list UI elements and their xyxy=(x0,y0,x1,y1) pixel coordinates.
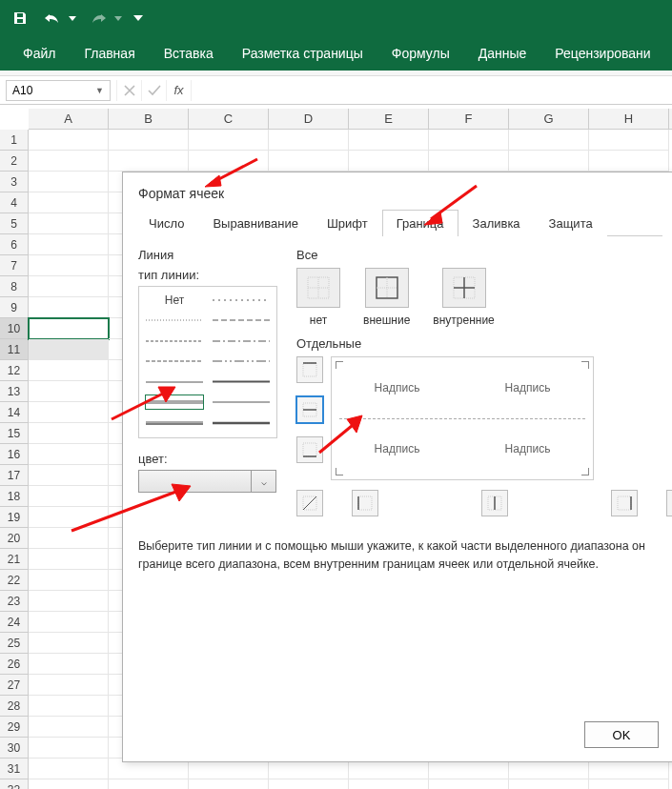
color-selector[interactable]: ⌵ xyxy=(138,470,276,493)
border-middle-h-button[interactable] xyxy=(296,396,323,423)
row-header[interactable]: 28 xyxy=(0,696,29,717)
border-preview[interactable]: Надпись Надпись Надпись Надпись xyxy=(331,356,594,480)
cell[interactable] xyxy=(189,151,269,172)
cell[interactable] xyxy=(29,255,109,276)
row-header[interactable]: 4 xyxy=(0,192,29,213)
cell[interactable] xyxy=(509,779,589,789)
tab-home[interactable]: Главная xyxy=(71,36,148,71)
row-header[interactable]: 23 xyxy=(0,591,29,612)
row-header[interactable]: 19 xyxy=(0,507,29,528)
row-header[interactable]: 27 xyxy=(0,675,29,696)
dialog-tab-1[interactable]: Выравнивание xyxy=(198,210,312,236)
cell[interactable] xyxy=(29,318,109,339)
line-style-10[interactable] xyxy=(145,394,204,410)
column-header[interactable]: B xyxy=(109,109,189,129)
cell[interactable] xyxy=(29,360,109,381)
cell[interactable] xyxy=(29,339,109,360)
cell[interactable] xyxy=(29,507,109,528)
row-header[interactable]: 14 xyxy=(0,402,29,423)
cell[interactable] xyxy=(29,675,109,696)
cell[interactable] xyxy=(29,444,109,465)
column-header[interactable]: A xyxy=(29,109,109,129)
row-header[interactable]: 25 xyxy=(0,633,29,654)
fx-icon[interactable]: fx xyxy=(166,80,191,101)
cell[interactable] xyxy=(509,151,589,172)
cancel-icon[interactable] xyxy=(116,80,141,101)
cell[interactable] xyxy=(29,423,109,444)
cell[interactable] xyxy=(29,172,109,192)
row-header[interactable]: 21 xyxy=(0,549,29,570)
cell[interactable] xyxy=(29,297,109,318)
chevron-down-icon[interactable]: ⌵ xyxy=(252,471,275,492)
cell[interactable] xyxy=(269,130,349,151)
cell[interactable] xyxy=(29,213,109,234)
cell[interactable] xyxy=(29,549,109,570)
row-header[interactable]: 17 xyxy=(0,465,29,486)
line-style-3[interactable] xyxy=(212,313,271,328)
row-header[interactable]: 2 xyxy=(0,151,29,172)
cell[interactable] xyxy=(29,381,109,402)
border-left-button[interactable] xyxy=(352,490,378,516)
column-header[interactable]: G xyxy=(509,109,589,129)
tab-formulas[interactable]: Формулы xyxy=(378,36,463,71)
row-header[interactable]: 7 xyxy=(0,255,29,276)
line-style-12[interactable] xyxy=(145,415,204,431)
cell[interactable] xyxy=(29,130,109,151)
save-icon[interactable] xyxy=(8,6,32,30)
cell[interactable] xyxy=(29,779,109,789)
name-box[interactable]: A10 ▼ xyxy=(6,80,111,101)
column-header[interactable]: E xyxy=(349,109,429,129)
border-top-button[interactable] xyxy=(296,356,323,383)
row-header[interactable]: 8 xyxy=(0,276,29,297)
row-header[interactable]: 5 xyxy=(0,213,29,234)
row-header[interactable]: 13 xyxy=(0,381,29,402)
border-middle-v-button[interactable] xyxy=(481,490,508,516)
tab-data[interactable]: Данные xyxy=(465,36,540,71)
border-diag-up-button[interactable] xyxy=(296,490,323,516)
line-style-8[interactable] xyxy=(145,374,204,390)
cell[interactable] xyxy=(429,779,509,789)
tab-file[interactable]: Файл xyxy=(4,36,69,71)
cell[interactable] xyxy=(29,570,109,591)
tab-insert[interactable]: Вставка xyxy=(151,36,227,71)
dialog-tab-5[interactable]: Защита xyxy=(535,210,607,236)
line-style-9[interactable] xyxy=(212,374,271,390)
cell[interactable] xyxy=(29,654,109,675)
dialog-tab-0[interactable]: Число xyxy=(134,210,198,236)
row-header[interactable]: 1 xyxy=(0,130,29,151)
cell[interactable] xyxy=(349,779,429,789)
cell[interactable] xyxy=(109,130,189,151)
cell[interactable] xyxy=(29,696,109,717)
cell[interactable] xyxy=(589,779,669,789)
border-bottom-button[interactable] xyxy=(296,436,323,463)
cell[interactable] xyxy=(29,738,109,759)
row-header[interactable]: 3 xyxy=(0,172,29,192)
cell[interactable] xyxy=(349,130,429,151)
enter-icon[interactable] xyxy=(141,80,166,101)
line-style-11[interactable] xyxy=(212,394,271,410)
undo-icon[interactable] xyxy=(40,6,65,30)
row-header[interactable]: 22 xyxy=(0,570,29,591)
row-header[interactable]: 6 xyxy=(0,234,29,255)
cell[interactable] xyxy=(29,234,109,255)
border-diag-down-button[interactable] xyxy=(666,490,672,516)
preset-none-button[interactable] xyxy=(296,268,340,308)
dialog-tab-3[interactable]: Граница xyxy=(382,210,458,236)
row-header[interactable]: 29 xyxy=(0,717,29,738)
row-header[interactable]: 31 xyxy=(0,759,29,779)
row-header[interactable]: 26 xyxy=(0,654,29,675)
cell[interactable] xyxy=(109,151,189,172)
cell[interactable] xyxy=(509,130,589,151)
row-header[interactable]: 10 xyxy=(0,318,29,339)
row-header[interactable]: 12 xyxy=(0,360,29,381)
formula-input[interactable] xyxy=(191,80,672,101)
row-header[interactable]: 16 xyxy=(0,444,29,465)
cell[interactable] xyxy=(189,779,269,789)
row-header[interactable]: 18 xyxy=(0,486,29,507)
row-header[interactable]: 11 xyxy=(0,339,29,360)
tab-review[interactable]: Рецензировани xyxy=(541,36,663,71)
cell[interactable] xyxy=(429,130,509,151)
line-style-2[interactable] xyxy=(145,313,204,328)
row-header[interactable]: 32 xyxy=(0,779,29,789)
cell[interactable] xyxy=(29,402,109,423)
